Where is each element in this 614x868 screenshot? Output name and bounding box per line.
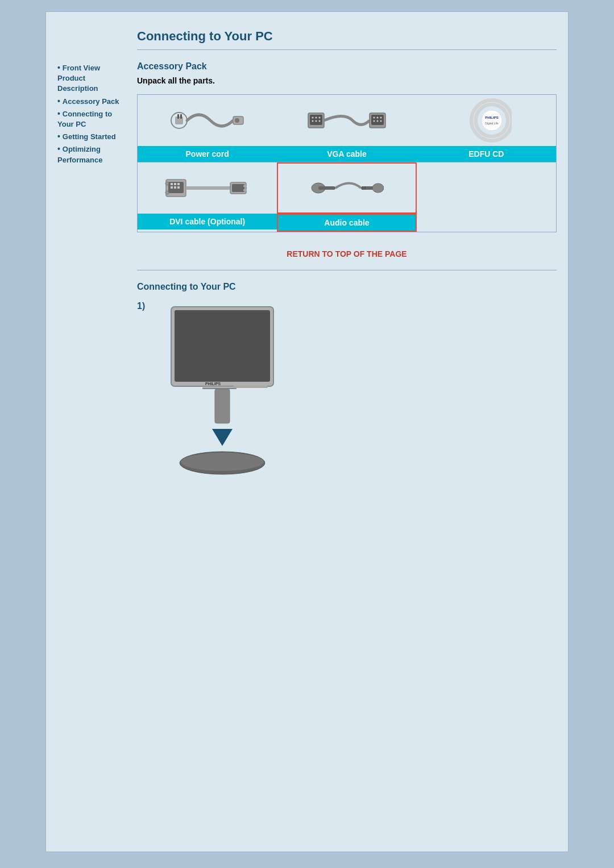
svg-point-8 (312, 117, 313, 119)
accessory-section: Accessory Pack Unpack all the parts. (137, 61, 557, 232)
svg-point-57 (181, 453, 264, 471)
svg-rect-2 (177, 114, 179, 119)
svg-point-36 (165, 182, 169, 185)
svg-rect-34 (174, 186, 176, 189)
unpack-text: Unpack all the parts. (137, 76, 557, 85)
power-cord-image (138, 95, 277, 146)
svg-point-16 (373, 117, 375, 119)
accessory-section-title: Accessory Pack (137, 61, 557, 72)
svg-text:Digital Life: Digital Life (486, 122, 499, 125)
edfu-cd-svg: PHILIPS Digital Life (460, 98, 512, 143)
return-to-top[interactable]: RETURN TO TOP OF THE PAGE (137, 249, 557, 258)
edfu-cd-image: PHILIPS Digital Life (417, 95, 556, 146)
sidebar-link-connecting[interactable]: Connecting to Your PC (57, 110, 112, 128)
svg-point-37 (165, 191, 169, 194)
vga-cable-svg (307, 101, 387, 140)
sidebar-link-accessory[interactable]: Accessory Pack (63, 97, 119, 106)
svg-rect-53 (234, 386, 268, 388)
svg-rect-33 (171, 186, 173, 189)
svg-point-20 (376, 120, 378, 122)
top-divider (137, 49, 557, 50)
svg-point-10 (318, 117, 320, 119)
layout: Front View Product Description Accessory… (57, 29, 557, 496)
accessory-power-cord: Power cord (138, 95, 277, 162)
empty-image (417, 162, 556, 214)
step1-number: 1) (137, 301, 154, 311)
svg-rect-7 (310, 115, 322, 125)
connecting-section-title: Connecting to Your PC (137, 282, 557, 292)
svg-rect-41 (243, 189, 247, 191)
sidebar-link-front-view[interactable]: Front View Product Description (57, 64, 100, 93)
audio-cable-label: Audio cable (277, 214, 416, 232)
accessories-grid-row1: Power cord (137, 94, 557, 162)
svg-text:PHILIPS: PHILIPS (486, 116, 499, 119)
svg-rect-54 (215, 389, 230, 423)
power-cord-label: Power cord (138, 146, 277, 162)
vga-cable-image (277, 95, 416, 146)
accessories-grid-row2: DVI cable (Optional) (137, 162, 557, 232)
svg-rect-30 (171, 183, 173, 185)
svg-rect-15 (371, 115, 384, 125)
svg-point-17 (376, 117, 378, 119)
svg-point-11 (312, 120, 313, 122)
sidebar-item-getting-started[interactable]: Getting Started (57, 132, 126, 142)
sidebar-item-front-view[interactable]: Front View Product Description (57, 63, 126, 94)
page-title: Connecting to Your PC (137, 29, 557, 44)
accessory-audio-cable: Audio cable (277, 162, 416, 232)
svg-point-12 (315, 120, 317, 122)
sidebar-item-accessory[interactable]: Accessory Pack (57, 97, 126, 107)
svg-rect-40 (243, 185, 247, 187)
svg-point-21 (380, 120, 381, 122)
svg-rect-32 (177, 183, 180, 185)
svg-rect-39 (232, 184, 244, 192)
accessory-edfu-cd: PHILIPS Digital Life EDFU CD (417, 95, 556, 162)
return-to-top-link[interactable]: RETURN TO TOP OF THE PAGE (287, 249, 406, 258)
svg-rect-3 (180, 114, 182, 119)
svg-rect-50 (175, 310, 270, 382)
svg-point-9 (315, 117, 317, 119)
main-content: Connecting to Your PC Accessory Pack Unp… (131, 29, 557, 496)
accessory-vga-cable: VGA cable (277, 95, 416, 162)
page-container: Front View Product Description Accessory… (45, 11, 569, 852)
sidebar-link-optimizing[interactable]: Optimizing Performance (57, 145, 102, 164)
svg-rect-31 (174, 183, 176, 185)
monitor-illustration: PHILIPS (160, 301, 285, 496)
svg-point-18 (380, 117, 381, 119)
svg-marker-55 (212, 429, 233, 446)
sidebar-item-connecting[interactable]: Connecting to Your PC (57, 109, 126, 130)
svg-point-5 (235, 118, 239, 123)
svg-point-19 (373, 120, 375, 122)
sidebar-item-optimizing[interactable]: Optimizing Performance (57, 144, 126, 165)
svg-point-46 (372, 183, 384, 193)
middle-divider (137, 270, 557, 270)
dvi-cable-svg (165, 168, 250, 208)
svg-point-13 (318, 120, 320, 122)
connecting-section: Connecting to Your PC 1) PHILIPS (137, 282, 557, 496)
svg-point-25 (482, 110, 502, 131)
audio-cable-image (277, 162, 416, 214)
sidebar-nav: Front View Product Description Accessory… (57, 63, 126, 165)
svg-rect-35 (177, 186, 180, 189)
power-cord-svg (168, 101, 247, 140)
vga-cable-label: VGA cable (277, 146, 416, 162)
sidebar-link-getting-started[interactable]: Getting Started (63, 132, 116, 141)
audio-cable-svg (310, 170, 384, 207)
edfu-cd-label: EDFU CD (417, 146, 556, 162)
dvi-cable-image (138, 162, 277, 214)
monitor-svg: PHILIPS (160, 301, 285, 494)
svg-rect-43 (318, 186, 335, 190)
sidebar: Front View Product Description Accessory… (57, 29, 131, 496)
accessory-empty (417, 162, 556, 232)
accessory-dvi-cable: DVI cable (Optional) (138, 162, 277, 232)
step1-container: 1) PHILIPS (137, 301, 557, 496)
svg-text:PHILIPS: PHILIPS (205, 382, 221, 386)
dvi-cable-label: DVI cable (Optional) (138, 214, 277, 229)
